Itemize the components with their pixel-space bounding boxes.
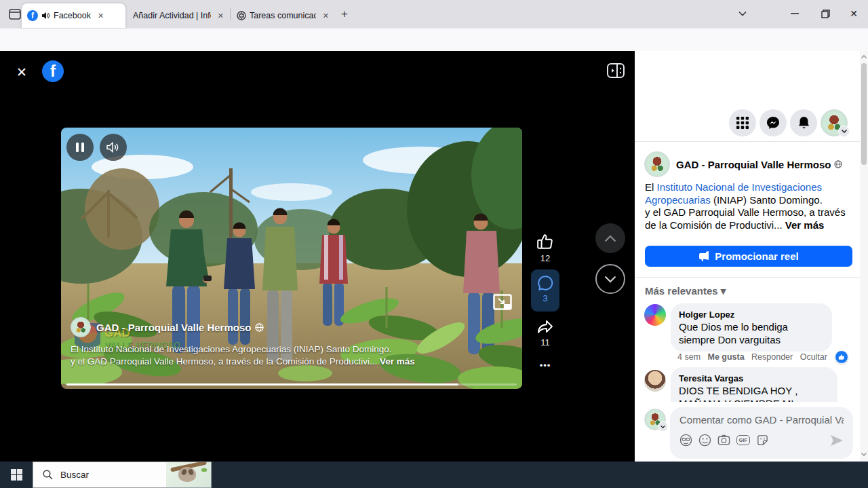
comment-like-button[interactable]: Me gusta <box>707 352 744 362</box>
megaphone-icon <box>698 251 710 261</box>
tab-audio-icon[interactable] <box>41 12 50 20</box>
page-scrollbar[interactable] <box>860 51 868 462</box>
close-reel-icon[interactable]: ✕ <box>16 64 27 80</box>
avatar[interactable] <box>71 317 91 337</box>
see-more-link[interactable]: Ver más <box>380 356 415 367</box>
grid-icon <box>736 117 749 129</box>
overlay-caption-line1: El Instituto Nacional de Investigaciones… <box>71 343 491 356</box>
reel-video[interactable]: GAD VALLE HERMOSO GAD - Parroquial Valle… <box>61 128 522 389</box>
scroll-down-icon[interactable] <box>861 453 867 456</box>
comment-reply-button[interactable]: Responder <box>751 352 793 362</box>
tab-facebook[interactable]: f Facebook ✕ <box>22 3 125 28</box>
collapse-panel-icon[interactable] <box>607 63 625 78</box>
camera-icon[interactable] <box>717 434 730 447</box>
overlay-caption-line2: y el GAD Parroquial Valle Hermoso, a tra… <box>71 356 491 368</box>
next-reel-button[interactable] <box>595 264 625 294</box>
comment-author[interactable]: Teresita Vargas <box>679 373 829 384</box>
comment-bubble: Holger Lopez Que Dios me lo bendiga siem… <box>671 303 832 352</box>
pause-button[interactable] <box>66 134 94 161</box>
overlay-author-name[interactable]: GAD - Parroquial Valle Hermoso <box>96 322 251 333</box>
firefox-view-icon[interactable] <box>8 7 22 21</box>
facebook-logo[interactable]: f <box>42 60 64 82</box>
sort-caret-icon: ▾ <box>721 285 726 297</box>
taskbar-search-box[interactable]: Buscar <box>33 462 212 488</box>
avatar-sticker-icon[interactable] <box>679 434 692 447</box>
pause-icon <box>76 143 84 152</box>
page-avatar[interactable] <box>644 151 670 177</box>
tab-tareas[interactable]: Tareas comunicador social GAD ✕ <box>231 3 334 28</box>
divider <box>635 141 860 142</box>
tab-separator <box>230 8 231 20</box>
more-options-icon[interactable]: ••• <box>531 360 559 371</box>
overlay-author-row[interactable]: GAD - Parroquial Valle Hermoso <box>71 317 264 337</box>
picture-in-picture-icon[interactable] <box>493 294 512 310</box>
share-button[interactable]: 11 <box>531 319 559 348</box>
page-header-row: GAD - Parroquial Valle Hermoso <box>644 151 842 177</box>
reel-side-panel: GAD - Parroquial Valle Hermoso El Instit… <box>635 51 860 462</box>
divider <box>635 277 860 278</box>
share-count: 11 <box>531 337 559 348</box>
chevron-down-icon <box>658 421 668 432</box>
send-icon[interactable] <box>830 434 844 447</box>
commenter-avatar[interactable] <box>644 370 666 392</box>
tab-close-icon[interactable]: ✕ <box>218 12 224 20</box>
comment-hide-button[interactable]: Ocultar <box>800 352 827 362</box>
gif-icon[interactable]: GIF <box>736 435 750 446</box>
mute-button[interactable] <box>100 134 127 161</box>
window-close-button[interactable]: ✕ <box>838 0 868 27</box>
comments-sort-dropdown[interactable]: Más relevantes ▾ <box>645 285 726 297</box>
overlay-caption: El Instituto Nacional de Investigaciones… <box>71 343 491 368</box>
like-reaction-badge[interactable] <box>835 350 848 364</box>
composer-avatar[interactable] <box>644 409 666 430</box>
tab-title: Facebook <box>54 11 91 20</box>
tab-title: Tareas comunicador social GAD <box>250 11 316 20</box>
globe-icon <box>834 160 842 168</box>
facebook-favicon: f <box>27 10 38 21</box>
page-name[interactable]: GAD - Parroquial Valle Hermoso <box>676 159 831 170</box>
video-progress-track[interactable] <box>66 383 517 386</box>
composer-placeholder[interactable]: Comentar como GAD - Parroquial Vall... <box>679 414 844 426</box>
apps-grid-button[interactable] <box>729 109 756 136</box>
tab-informes[interactable]: Añadir Actividad | Informes Mensua ✕ <box>127 3 229 28</box>
windows-logo-icon <box>11 469 22 481</box>
windows-taskbar: Buscar Ps Pr Ai 12 <box>0 462 868 488</box>
globe-icon <box>255 323 264 332</box>
notifications-button[interactable] <box>790 109 817 136</box>
chatgpt-favicon <box>237 11 246 20</box>
scroll-up-icon[interactable] <box>861 55 867 58</box>
comment-composer[interactable]: Comentar como GAD - Parroquial Vall... G… <box>670 407 853 459</box>
bell-icon <box>797 116 810 130</box>
like-button[interactable]: 12 <box>531 233 559 263</box>
comment-bubble-icon <box>536 274 554 292</box>
previous-reel-button[interactable] <box>595 223 625 253</box>
like-count: 12 <box>531 253 559 263</box>
promote-reel-button[interactable]: Promocionar reel <box>645 246 852 267</box>
messenger-button[interactable] <box>760 109 787 136</box>
comment-count: 3 <box>531 293 559 303</box>
chevron-up-icon <box>604 235 616 242</box>
chevron-down-icon <box>604 276 616 283</box>
comments-button[interactable]: 3 <box>531 269 559 312</box>
post-text: El Instituto Nacional de Investigaciones… <box>645 181 852 231</box>
video-progress-fill <box>66 383 458 386</box>
comment-text: Que Dios me lo bendiga siempre Don vargu… <box>679 320 824 346</box>
see-more-link[interactable]: Ver más <box>785 219 825 231</box>
window-restore-button[interactable] <box>810 0 841 27</box>
profile-menu-button[interactable] <box>821 109 848 136</box>
tab-list-chevron-icon[interactable] <box>727 0 758 27</box>
emoji-icon[interactable] <box>698 434 711 447</box>
search-highlight-image[interactable] <box>166 462 211 488</box>
sticker-icon[interactable] <box>756 434 769 447</box>
window-minimize-button[interactable] <box>779 0 810 27</box>
like-thumb-icon <box>536 233 554 250</box>
comment-time[interactable]: 4 sem <box>677 352 701 362</box>
tab-close-icon[interactable]: ✕ <box>323 12 329 20</box>
scroll-thumb[interactable] <box>861 63 867 165</box>
comment-author[interactable]: Holger Lopez <box>679 309 824 320</box>
commenter-avatar[interactable] <box>644 304 666 326</box>
start-button[interactable] <box>0 462 33 488</box>
reel-stage: ✕ f <box>0 51 635 462</box>
new-tab-button[interactable]: + <box>336 5 353 23</box>
tab-close-icon[interactable]: ✕ <box>98 12 104 20</box>
browser-tab-bar: f Facebook ✕ Añadir Actividad | Informes… <box>0 0 868 29</box>
